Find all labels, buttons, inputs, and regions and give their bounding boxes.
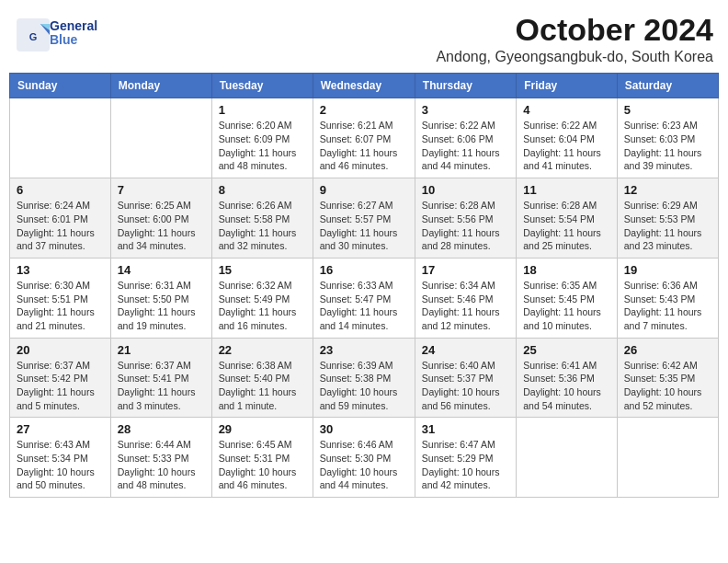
calendar-header: SundayMondayTuesdayWednesdayThursdayFrid… bbox=[10, 74, 719, 98]
calendar-cell: 25Sunrise: 6:41 AMSunset: 5:36 PMDayligh… bbox=[517, 338, 617, 418]
day-number: 26 bbox=[624, 343, 711, 357]
day-number: 11 bbox=[523, 183, 609, 197]
day-detail: Sunrise: 6:39 AMSunset: 5:38 PMDaylight:… bbox=[320, 359, 408, 413]
calendar-cell: 26Sunrise: 6:42 AMSunset: 5:35 PMDayligh… bbox=[617, 338, 718, 418]
calendar-cell: 5Sunrise: 6:23 AMSunset: 6:03 PMDaylight… bbox=[617, 98, 718, 178]
day-detail: Sunrise: 6:22 AMSunset: 6:06 PMDaylight:… bbox=[422, 119, 509, 173]
calendar-cell bbox=[10, 98, 111, 178]
day-detail: Sunrise: 6:38 AMSunset: 5:40 PMDaylight:… bbox=[219, 359, 306, 413]
day-detail: Sunrise: 6:23 AMSunset: 6:03 PMDaylight:… bbox=[624, 119, 711, 173]
day-number: 31 bbox=[422, 422, 509, 436]
header-row: SundayMondayTuesdayWednesdayThursdayFrid… bbox=[10, 74, 719, 98]
header-thursday: Thursday bbox=[415, 74, 516, 98]
header-monday: Monday bbox=[110, 74, 211, 98]
day-number: 23 bbox=[320, 343, 408, 357]
day-number: 24 bbox=[422, 343, 509, 357]
location: Andong, Gyeongsangbuk-do, South Korea bbox=[436, 49, 713, 65]
calendar-cell: 15Sunrise: 6:32 AMSunset: 5:49 PMDayligh… bbox=[211, 258, 313, 338]
calendar-cell: 19Sunrise: 6:36 AMSunset: 5:43 PMDayligh… bbox=[617, 258, 718, 338]
header-friday: Friday bbox=[517, 74, 617, 98]
calendar-cell: 17Sunrise: 6:34 AMSunset: 5:46 PMDayligh… bbox=[415, 258, 516, 338]
day-detail: Sunrise: 6:45 AMSunset: 5:31 PMDaylight:… bbox=[219, 438, 306, 492]
calendar-body: 1Sunrise: 6:20 AMSunset: 6:09 PMDaylight… bbox=[10, 98, 719, 498]
calendar-cell: 18Sunrise: 6:35 AMSunset: 5:45 PMDayligh… bbox=[517, 258, 617, 338]
calendar-cell: 31Sunrise: 6:47 AMSunset: 5:29 PMDayligh… bbox=[415, 418, 516, 498]
calendar-cell: 7Sunrise: 6:25 AMSunset: 6:00 PMDaylight… bbox=[110, 178, 211, 259]
calendar-cell: 22Sunrise: 6:38 AMSunset: 5:40 PMDayligh… bbox=[211, 338, 313, 418]
svg-text:G: G bbox=[29, 31, 38, 42]
day-number: 18 bbox=[523, 263, 609, 277]
day-number: 7 bbox=[118, 183, 205, 197]
page-header: G General Blue October 2024 Andong, Gyeo… bbox=[9, 9, 719, 69]
calendar-cell: 4Sunrise: 6:22 AMSunset: 6:04 PMDaylight… bbox=[517, 98, 617, 178]
calendar-cell: 24Sunrise: 6:40 AMSunset: 5:37 PMDayligh… bbox=[415, 338, 516, 418]
calendar-cell: 12Sunrise: 6:29 AMSunset: 5:53 PMDayligh… bbox=[617, 178, 718, 259]
day-detail: Sunrise: 6:37 AMSunset: 5:42 PMDaylight:… bbox=[17, 359, 104, 413]
logo: G General Blue bbox=[15, 17, 97, 50]
title-block: October 2024 Andong, Gyeongsangbuk-do, S… bbox=[436, 13, 713, 65]
header-tuesday: Tuesday bbox=[211, 74, 313, 98]
calendar-cell: 29Sunrise: 6:45 AMSunset: 5:31 PMDayligh… bbox=[211, 418, 313, 498]
day-number: 1 bbox=[219, 103, 306, 117]
day-detail: Sunrise: 6:33 AMSunset: 5:47 PMDaylight:… bbox=[320, 279, 408, 333]
day-number: 20 bbox=[17, 343, 104, 357]
day-detail: Sunrise: 6:31 AMSunset: 5:50 PMDaylight:… bbox=[118, 279, 205, 333]
day-number: 3 bbox=[422, 103, 509, 117]
day-detail: Sunrise: 6:24 AMSunset: 6:01 PMDaylight:… bbox=[17, 199, 104, 253]
day-number: 10 bbox=[422, 183, 509, 197]
day-number: 27 bbox=[17, 422, 104, 436]
calendar-cell: 3Sunrise: 6:22 AMSunset: 6:06 PMDaylight… bbox=[415, 98, 516, 178]
day-detail: Sunrise: 6:35 AMSunset: 5:45 PMDaylight:… bbox=[523, 279, 609, 333]
day-number: 28 bbox=[118, 422, 205, 436]
day-detail: Sunrise: 6:47 AMSunset: 5:29 PMDaylight:… bbox=[422, 438, 509, 492]
day-detail: Sunrise: 6:26 AMSunset: 5:58 PMDaylight:… bbox=[219, 199, 306, 253]
day-number: 9 bbox=[320, 183, 408, 197]
calendar-cell: 6Sunrise: 6:24 AMSunset: 6:01 PMDaylight… bbox=[10, 178, 111, 259]
calendar-week-3: 13Sunrise: 6:30 AMSunset: 5:51 PMDayligh… bbox=[10, 258, 719, 338]
header-wednesday: Wednesday bbox=[313, 74, 415, 98]
calendar-cell: 27Sunrise: 6:43 AMSunset: 5:34 PMDayligh… bbox=[10, 418, 111, 498]
day-detail: Sunrise: 6:34 AMSunset: 5:46 PMDaylight:… bbox=[422, 279, 509, 333]
logo-icon: G bbox=[15, 17, 48, 50]
logo-text: General Blue bbox=[50, 19, 97, 48]
calendar-cell: 28Sunrise: 6:44 AMSunset: 5:33 PMDayligh… bbox=[110, 418, 211, 498]
calendar-cell: 2Sunrise: 6:21 AMSunset: 6:07 PMDaylight… bbox=[313, 98, 415, 178]
day-number: 19 bbox=[624, 263, 711, 277]
calendar-cell: 11Sunrise: 6:28 AMSunset: 5:54 PMDayligh… bbox=[517, 178, 617, 259]
day-detail: Sunrise: 6:29 AMSunset: 5:53 PMDaylight:… bbox=[624, 199, 711, 253]
calendar-cell: 16Sunrise: 6:33 AMSunset: 5:47 PMDayligh… bbox=[313, 258, 415, 338]
calendar-table: SundayMondayTuesdayWednesdayThursdayFrid… bbox=[9, 73, 719, 498]
day-detail: Sunrise: 6:42 AMSunset: 5:35 PMDaylight:… bbox=[624, 359, 711, 413]
calendar-cell bbox=[110, 98, 211, 178]
calendar-cell: 1Sunrise: 6:20 AMSunset: 6:09 PMDaylight… bbox=[211, 98, 313, 178]
month-title: October 2024 bbox=[436, 13, 713, 47]
day-detail: Sunrise: 6:32 AMSunset: 5:49 PMDaylight:… bbox=[219, 279, 306, 333]
day-number: 6 bbox=[17, 183, 104, 197]
calendar-cell bbox=[617, 418, 718, 498]
calendar-week-4: 20Sunrise: 6:37 AMSunset: 5:42 PMDayligh… bbox=[10, 338, 719, 418]
day-number: 4 bbox=[523, 103, 609, 117]
day-detail: Sunrise: 6:21 AMSunset: 6:07 PMDaylight:… bbox=[320, 119, 408, 173]
day-number: 17 bbox=[422, 263, 509, 277]
day-detail: Sunrise: 6:44 AMSunset: 5:33 PMDaylight:… bbox=[118, 438, 205, 492]
calendar-cell: 14Sunrise: 6:31 AMSunset: 5:50 PMDayligh… bbox=[110, 258, 211, 338]
day-detail: Sunrise: 6:30 AMSunset: 5:51 PMDaylight:… bbox=[17, 279, 104, 333]
calendar-week-2: 6Sunrise: 6:24 AMSunset: 6:01 PMDaylight… bbox=[10, 178, 719, 259]
day-number: 14 bbox=[118, 263, 205, 277]
calendar-week-1: 1Sunrise: 6:20 AMSunset: 6:09 PMDaylight… bbox=[10, 98, 719, 178]
day-detail: Sunrise: 6:36 AMSunset: 5:43 PMDaylight:… bbox=[624, 279, 711, 333]
calendar-cell: 21Sunrise: 6:37 AMSunset: 5:41 PMDayligh… bbox=[110, 338, 211, 418]
day-number: 29 bbox=[219, 422, 306, 436]
calendar-week-5: 27Sunrise: 6:43 AMSunset: 5:34 PMDayligh… bbox=[10, 418, 719, 498]
day-detail: Sunrise: 6:41 AMSunset: 5:36 PMDaylight:… bbox=[523, 359, 609, 413]
calendar-cell: 8Sunrise: 6:26 AMSunset: 5:58 PMDaylight… bbox=[211, 178, 313, 259]
day-detail: Sunrise: 6:46 AMSunset: 5:30 PMDaylight:… bbox=[320, 438, 408, 492]
calendar-cell bbox=[517, 418, 617, 498]
day-number: 16 bbox=[320, 263, 408, 277]
day-detail: Sunrise: 6:25 AMSunset: 6:00 PMDaylight:… bbox=[118, 199, 205, 253]
day-number: 2 bbox=[320, 103, 408, 117]
day-detail: Sunrise: 6:27 AMSunset: 5:57 PMDaylight:… bbox=[320, 199, 408, 253]
header-sunday: Sunday bbox=[10, 74, 111, 98]
day-number: 25 bbox=[523, 343, 609, 357]
calendar-cell: 9Sunrise: 6:27 AMSunset: 5:57 PMDaylight… bbox=[313, 178, 415, 259]
